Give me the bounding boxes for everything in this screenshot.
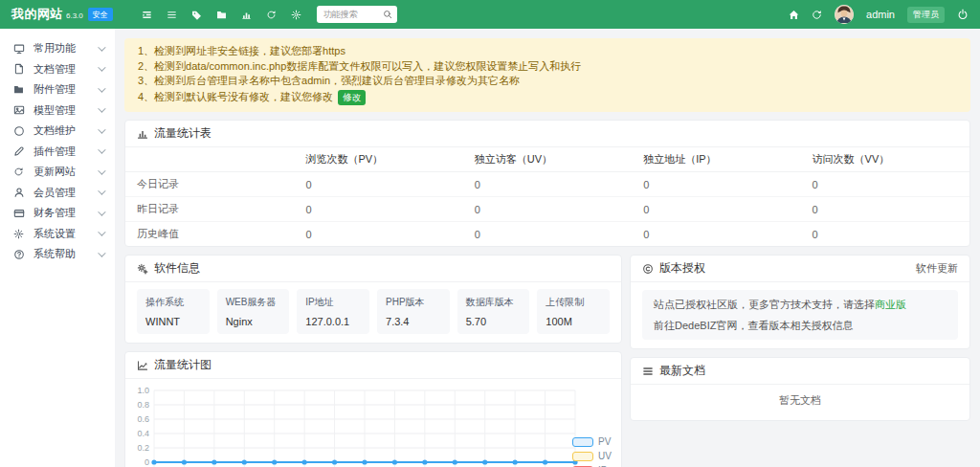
sidebar-item-1[interactable]: 文档管理: [0, 59, 115, 80]
info-label: 上传限制: [546, 296, 601, 309]
search-icon[interactable]: [383, 10, 392, 19]
search-box[interactable]: [317, 6, 397, 23]
row-value: 0: [801, 197, 969, 222]
sidebar-item-label: 文档管理: [33, 62, 76, 77]
alert-text: 4、检测到默认账号没有修改，建议您修改: [138, 91, 333, 102]
row-value: 0: [463, 197, 632, 222]
username[interactable]: admin: [866, 9, 895, 20]
sidebar-item-label: 常用功能: [33, 41, 76, 56]
license-text: 站点已授权社区版，更多官方技术支持，请选择商业版 前往DedeBIZ官网，查看版…: [642, 290, 958, 340]
table-row: 今日记录0000: [125, 172, 969, 197]
site-version: 6.3.0: [66, 11, 83, 20]
legend-item-pv[interactable]: PV: [572, 436, 612, 447]
legend-label: UV: [598, 451, 612, 461]
cogs-icon: [137, 263, 148, 275]
info-value: Nginx: [226, 316, 281, 327]
desktop-icon: [13, 43, 26, 55]
info-label: 数据库版本: [466, 296, 522, 309]
sidebar-item-3[interactable]: 模型管理: [0, 100, 115, 122]
main-content: 1、检测到网址非安全链接，建议您部署https2、检测到data/common.…: [115, 29, 980, 467]
chevron-down-icon: [98, 249, 105, 256]
sidebar-item-9[interactable]: 系统设置: [0, 224, 115, 245]
info-value: 5.70: [466, 316, 522, 327]
alert-text: 3、检测到后台管理目录名称中包含admin，强烈建议后台管理目录修改为其它名称: [138, 75, 520, 86]
license-title: 版本授权: [659, 260, 705, 277]
security-badge: 安全: [88, 8, 113, 21]
folder-icon[interactable]: [216, 10, 227, 20]
credit-card-icon: [13, 208, 26, 219]
row-value: 0: [632, 222, 800, 247]
row-value: 0: [632, 172, 800, 197]
chevron-down-icon: [98, 125, 105, 133]
copyright-icon: [642, 263, 654, 275]
top-header: 我的网站 6.3.0 安全 admin 管理员: [0, 0, 980, 29]
svg-text:0: 0: [145, 457, 149, 467]
header-toolbar: [142, 10, 301, 20]
redo-icon[interactable]: [266, 10, 277, 20]
row-value: 0: [632, 197, 800, 222]
sidebar-item-label: 附件管理: [33, 82, 76, 97]
svg-text:0.4: 0.4: [137, 429, 149, 438]
license-card: 版本授权 软件更新 站点已授权社区版，更多官方技术支持，请选择商业版 前往Ded…: [630, 255, 970, 349]
svg-text:0.2: 0.2: [137, 443, 149, 453]
traffic-table: 浏览次数（PV）独立访客（UV）独立地址（IP）访问次数（VV） 今日记录000…: [125, 147, 969, 246]
chevron-down-icon: [98, 105, 105, 113]
redo-icon: [13, 167, 26, 177]
row-label: 今日记录: [125, 172, 294, 197]
alert-text: 2、检测到data/common.inc.php数据库配置文件权限可以写入，建议…: [138, 60, 581, 72]
pen-icon: [13, 145, 26, 157]
fix-button[interactable]: 修改: [338, 90, 366, 106]
traffic-col-3: 独立地址（IP）: [632, 147, 800, 172]
search-input[interactable]: [323, 10, 383, 19]
alert-line-1: 1、检测到网址非安全链接，建议您部署https: [138, 44, 957, 59]
chart-folder-icon[interactable]: [241, 10, 252, 20]
site-logo[interactable]: 我的网站 6.3.0 安全: [11, 6, 113, 23]
sidebar-item-6[interactable]: 更新网站: [0, 162, 115, 183]
sidebar: 常用功能文档管理附件管理模型管理文档维护插件管理更新网站会员管理财务管理系统设置…: [0, 29, 115, 467]
legend-label: PV: [598, 436, 611, 447]
traffic-col-1: 浏览次数（PV）: [294, 147, 462, 172]
refresh-icon[interactable]: [812, 10, 822, 20]
info-value: WINNT: [145, 316, 201, 327]
sidebar-item-5[interactable]: 插件管理: [0, 142, 115, 163]
traffic-col-2: 独立访客（UV）: [463, 147, 632, 172]
info-label: IP地址: [305, 296, 361, 309]
gear-icon: [13, 229, 26, 239]
sidebar-item-10[interactable]: 系统帮助: [0, 244, 115, 265]
software-update-link[interactable]: 软件更新: [916, 261, 958, 276]
alert-line-3: 3、检测到后台管理目录名称中包含admin，强烈建议后台管理目录修改为其它名称: [138, 74, 957, 89]
svg-text:1.0: 1.0: [137, 386, 149, 395]
legend-item-uv[interactable]: UV: [572, 451, 612, 461]
row-label: 昨日记录: [125, 197, 294, 222]
sidebar-item-label: 更新网站: [33, 165, 76, 179]
sidebar-item-7[interactable]: 会员管理: [0, 183, 115, 204]
circle-icon: [13, 125, 26, 137]
info-value: 100M: [546, 316, 601, 327]
power-icon[interactable]: [957, 9, 969, 20]
bar-chart-icon: [137, 128, 148, 140]
alert-line-2: 2、检测到data/common.inc.php数据库配置文件权限可以写入，建议…: [138, 59, 957, 75]
sidebar-item-label: 模型管理: [33, 103, 76, 118]
sidebar-item-8[interactable]: 财务管理: [0, 203, 115, 224]
latest-docs-title: 最新文档: [659, 363, 705, 379]
sidebar-item-4[interactable]: 文档维护: [0, 121, 115, 142]
sidebar-item-label: 会员管理: [33, 186, 76, 200]
sidebar-item-0[interactable]: 常用功能: [0, 38, 115, 59]
info-box-5: 上传限制100M: [537, 289, 610, 334]
collapse-sidebar-icon[interactable]: [142, 10, 152, 20]
tag-icon[interactable]: [191, 10, 202, 20]
sidebar-item-label: 财务管理: [33, 206, 76, 220]
info-label: 操作系统: [145, 296, 201, 309]
info-box-1: WEB服务器Nginx: [217, 289, 290, 334]
sidebar-item-2[interactable]: 附件管理: [0, 79, 115, 100]
images-icon: [13, 104, 26, 116]
row-value: 0: [294, 172, 462, 197]
info-box-3: PHP版本7.3.4: [377, 289, 450, 334]
menu-icon[interactable]: [167, 10, 177, 20]
user-avatar[interactable]: [835, 5, 854, 24]
commercial-edition-link[interactable]: 商业版: [875, 299, 906, 310]
gear-icon[interactable]: [291, 10, 301, 20]
security-alerts: 1、检测到网址非安全链接，建议您部署https2、检测到data/common.…: [124, 38, 970, 112]
question-icon: [13, 249, 26, 260]
home-icon[interactable]: [789, 10, 799, 20]
